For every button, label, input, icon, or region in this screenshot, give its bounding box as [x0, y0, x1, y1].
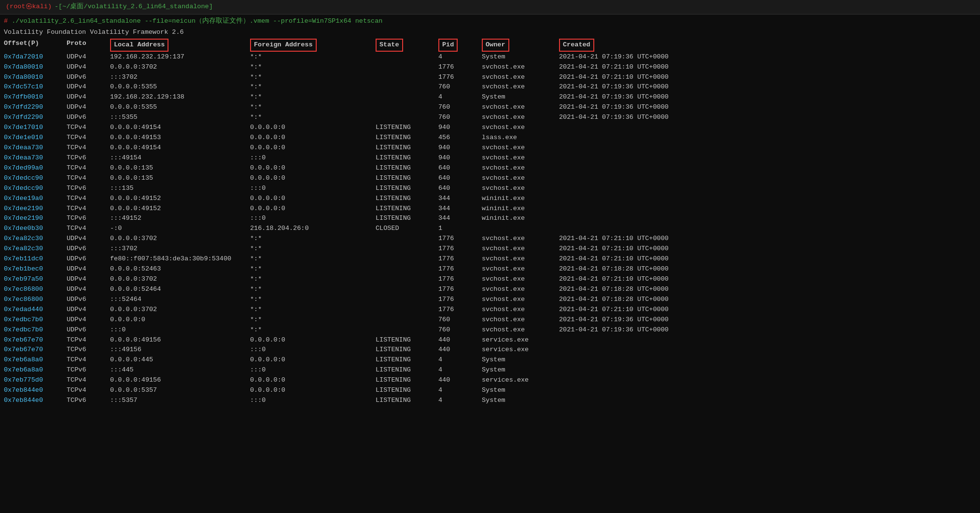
cell-proto: UDPv4	[67, 102, 110, 113]
cell-pid: 440	[438, 345, 482, 355]
cell-created: 2021-04-21 07:19:36 UTC+0000	[559, 52, 704, 62]
cell-proto: TCPv4	[67, 133, 110, 143]
cell-offset: 0x7eb844e0	[4, 385, 67, 396]
cell-proto: TCPv4	[67, 375, 110, 385]
cell-proto: TCPv4	[67, 163, 110, 173]
cmd-text: ./volatility_2.6_lin64_standalone --file…	[12, 17, 382, 25]
cell-created	[559, 335, 704, 345]
cell-offset: 0x7dedcc90	[4, 173, 67, 184]
cell-owner: svchost.exe	[482, 285, 559, 295]
cell-owner: svchost.exe	[482, 295, 559, 305]
cell-state	[376, 72, 438, 83]
cell-proto: TCPv4	[67, 143, 110, 153]
cell-owner: svchost.exe	[482, 325, 559, 335]
cell-proto: UDPv6	[67, 244, 110, 254]
cell-proto: UDPv6	[67, 72, 110, 83]
cell-pid: 4	[438, 355, 482, 365]
table-row: 0x7dc57c10 UDPv4 0.0.0.0:5355 *:* 760 sv…	[4, 82, 976, 92]
cell-offset: 0x7dfd2290	[4, 113, 67, 123]
table-row: 0x7dfb0010 UDPv4 192.168.232.129:138 *:*…	[4, 92, 976, 102]
cell-local: :::5357	[110, 396, 250, 406]
cell-created: 2021-04-21 07:18:28 UTC+0000	[559, 285, 704, 295]
cell-proto: UDPv6	[67, 113, 110, 123]
cell-pid: 4	[438, 396, 482, 406]
cell-state	[376, 234, 438, 244]
cell-offset: 0x7da80010	[4, 72, 67, 83]
cell-offset: 0x7edbc7b0	[4, 325, 67, 335]
cell-pid: 1776	[438, 305, 482, 315]
cell-pid: 940	[438, 123, 482, 133]
cell-owner: System	[482, 355, 559, 365]
cell-created	[559, 123, 704, 133]
table-row: 0x7eb6a8a0 TCPv6 :::445 :::0 LISTENING 4…	[4, 365, 976, 375]
cell-created	[559, 204, 704, 214]
table-row: 0x7dedcc90 TCPv4 0.0.0.0:135 0.0.0.0:0 L…	[4, 173, 976, 184]
cell-foreign: 0.0.0.0:0	[250, 375, 376, 385]
cell-local: 0.0.0.0:5355	[110, 102, 250, 113]
cell-proto: UDPv4	[67, 62, 110, 72]
cell-local: 192.168.232.129:138	[110, 92, 250, 102]
cell-proto: TCPv6	[67, 345, 110, 355]
cell-created: 2021-04-21 07:21:10 UTC+0000	[559, 72, 704, 83]
cell-offset: 0x7dfd2290	[4, 102, 67, 113]
header-proto: Proto	[67, 39, 110, 52]
cell-state: LISTENING	[376, 385, 438, 396]
cell-pid: 344	[438, 194, 482, 204]
cell-state: LISTENING	[376, 133, 438, 143]
cell-state: LISTENING	[376, 143, 438, 153]
header-state: State	[376, 39, 438, 52]
cell-owner: svchost.exe	[482, 244, 559, 254]
cell-created	[559, 153, 704, 163]
header-pid: Pid	[438, 39, 482, 52]
cell-state	[376, 254, 438, 264]
table-row: 0x7dee2190 TCPv4 0.0.0.0:49152 0.0.0.0:0…	[4, 204, 976, 214]
cell-offset: 0x7ea82c30	[4, 234, 67, 244]
cell-offset: 0x7de17010	[4, 123, 67, 133]
table-row: 0x7de1e010 TCPv4 0.0.0.0:49153 0.0.0.0:0…	[4, 133, 976, 143]
cell-created: 2021-04-21 07:21:10 UTC+0000	[559, 62, 704, 72]
cell-foreign: :::0	[250, 396, 376, 406]
prompt-path: -[~/桌面/volatility_2.6_lin64_standalone]	[55, 2, 213, 12]
cell-created	[559, 345, 704, 355]
cell-foreign: *:*	[250, 285, 376, 295]
cell-pid: 760	[438, 113, 482, 123]
cell-proto: UDPv4	[67, 264, 110, 274]
cell-local: 0.0.0.0:5357	[110, 385, 250, 396]
cell-offset: 0x7eb6a8a0	[4, 365, 67, 375]
cell-foreign: 0.0.0.0:0	[250, 123, 376, 133]
cell-proto: TCPv4	[67, 224, 110, 234]
cell-offset: 0x7da72010	[4, 52, 67, 62]
cell-state	[376, 92, 438, 102]
cell-local: 0.0.0.0:5355	[110, 82, 250, 92]
cell-offset: 0x7eb11dc0	[4, 254, 67, 264]
terminal-window: (root㉿kali) -[~/桌面/volatility_2.6_lin64_…	[0, 0, 980, 513]
cell-state	[376, 102, 438, 113]
cell-created: 2021-04-21 07:21:10 UTC+0000	[559, 244, 704, 254]
cell-proto: UDPv6	[67, 254, 110, 264]
cell-foreign: *:*	[250, 92, 376, 102]
cell-local: :::52464	[110, 295, 250, 305]
cell-state	[376, 325, 438, 335]
cell-foreign: 0.0.0.0:0	[250, 194, 376, 204]
cell-created: 2021-04-21 07:19:36 UTC+0000	[559, 92, 704, 102]
cell-state: LISTENING	[376, 214, 438, 224]
cell-state	[376, 274, 438, 285]
cell-pid: 940	[438, 153, 482, 163]
cell-offset: 0x7ea82c30	[4, 244, 67, 254]
cell-pid: 4	[438, 52, 482, 62]
table-row: 0x7eb1bec0 UDPv4 0.0.0.0:52463 *:* 1776 …	[4, 264, 976, 274]
cell-state	[376, 264, 438, 274]
cell-local: 0.0.0.0:445	[110, 355, 250, 365]
cell-owner: System	[482, 385, 559, 396]
cell-local: :::5355	[110, 113, 250, 123]
cell-state	[376, 113, 438, 123]
cell-offset: 0x7eb844e0	[4, 396, 67, 406]
cell-local: 0.0.0.0:3702	[110, 234, 250, 244]
cell-proto: UDPv4	[67, 305, 110, 315]
cell-foreign: *:*	[250, 254, 376, 264]
cell-owner: System	[482, 396, 559, 406]
cell-offset: 0x7eb775d0	[4, 375, 67, 385]
cell-proto: UDPv4	[67, 274, 110, 285]
cell-created	[559, 375, 704, 385]
cell-created: 2021-04-21 07:21:10 UTC+0000	[559, 254, 704, 264]
